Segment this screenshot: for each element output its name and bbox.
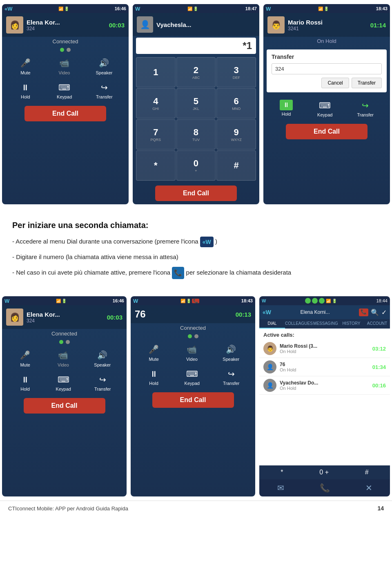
s6-active-call-icon[interactable]: 📞 (359, 309, 368, 316)
transfer-cancel-btn[interactable]: Cancel (321, 78, 349, 88)
s4-speaker[interactable]: 🔊 Speaker (94, 349, 111, 367)
tab-colleagues[interactable]: COLLEAGUES (285, 319, 313, 329)
s6-active-indicator (305, 298, 311, 304)
key-3[interactable]: 3DEF (216, 57, 256, 87)
s6-topbar-icons: 📞 🔍 ✓ (359, 309, 387, 316)
key-0[interactable]: 0+ (176, 150, 216, 181)
s3-keypad[interactable]: ⌨ Keypad (317, 100, 332, 117)
s2-keypad-grid: 1 2ABC 3DEF 4GHI 5JKL 6MNO 7PQRS 8TUV 9W… (136, 57, 256, 181)
s4-mute[interactable]: 🎤 Mute (18, 349, 33, 367)
s3-body: 👨 Mario Rossi 3241 01:14 On Hold Transfe… (263, 13, 390, 204)
call3-avatar: 👤 (263, 379, 276, 392)
call2-timer: 01:34 (372, 364, 386, 370)
tab-messaging[interactable]: MESSAGING (313, 319, 339, 329)
s5-mute-label: Mute (149, 357, 158, 362)
s5-timer: 00:13 (236, 311, 251, 318)
key-6[interactable]: 6MNO (216, 88, 256, 118)
s6-key-hash[interactable]: # (362, 467, 372, 478)
s2-caller-bar: 👤 Vyachesla... (133, 13, 259, 36)
s6-search-icon[interactable]: 🔍 (371, 309, 379, 316)
s6-x-icon[interactable]: ✕ (361, 481, 377, 494)
s3-hold[interactable]: ⏸ Hold (280, 100, 293, 117)
s1-video[interactable]: 📹 Video (57, 57, 72, 75)
s5-video[interactable]: 📹 Video (185, 343, 199, 362)
s6-key-0[interactable]: 0 + (316, 467, 332, 478)
key-star[interactable]: * (136, 150, 176, 181)
s4-bottom: ⏸ Hold ⌨ Keypad ↪ Transfer (2, 371, 127, 395)
call1-avatar: 👨 (263, 342, 276, 355)
call2-name: 76 (280, 362, 372, 367)
section-heading: Per iniziare una seconda chiamata: (12, 221, 380, 230)
s1-mute[interactable]: 🎤 Mute (18, 57, 33, 75)
s4-number: 324 (27, 318, 107, 324)
transfer-title: Transfer (272, 54, 382, 60)
call-item-2[interactable]: 👤 76 On Hold 01:34 (259, 358, 390, 376)
screen4: W 📶 🔋 16:46 👩 Elena Kor... 324 00:03 Con… (2, 296, 127, 496)
key-2[interactable]: 2ABC (176, 57, 216, 87)
s5-transfer[interactable]: ↪ Transfer (223, 368, 240, 386)
transfer-confirm-btn[interactable]: Transfer (352, 78, 382, 88)
s2-end-call[interactable]: End Call (155, 186, 237, 201)
footer-page: 14 (377, 505, 384, 512)
active-calls-title: Active calls: (259, 329, 390, 340)
s3-end-call[interactable]: End Call (286, 124, 368, 139)
p3-suffix: per selezionare la chiamata desiderata (186, 269, 292, 276)
s6-phone-icon[interactable]: 📞 (315, 481, 335, 494)
s6-logo-icon: «W (263, 309, 271, 315)
tab-history[interactable]: HISTORY (339, 319, 364, 329)
key-7[interactable]: 7PQRS (136, 119, 176, 150)
s4-transfer[interactable]: ↪ Transfer (94, 374, 111, 391)
s5-keypad-label: Keypad (185, 381, 200, 386)
key-4[interactable]: 4GHI (136, 88, 176, 118)
s6-mail-icon[interactable]: ✉ (272, 481, 289, 494)
key-9[interactable]: 9WXYZ (216, 119, 256, 150)
statusbar5: W 📶 🔋 📞 18:43 (131, 296, 255, 305)
s1-dots (2, 46, 129, 54)
s6-check-icon[interactable]: ✓ (381, 309, 387, 316)
s5-speaker[interactable]: 🔊 Speaker (223, 343, 239, 362)
key-hash[interactable]: # (216, 150, 256, 181)
s5-keypad[interactable]: ⌨ Keypad (185, 368, 200, 386)
s1-time: 16:46 (115, 6, 126, 11)
call1-info: Mario Rossi (3... On Hold (280, 343, 372, 354)
key-8[interactable]: 8TUV (176, 119, 216, 150)
s6-topbar: «W Elena Korni... 📞 🔍 ✓ (259, 305, 390, 319)
s4-mute-icon: 🎤 (18, 349, 33, 361)
key-1[interactable]: 1 (136, 57, 176, 87)
s1-timer: 00:03 (109, 22, 125, 29)
call-item-1[interactable]: 👨 Mario Rossi (3... On Hold 03:12 (259, 340, 390, 358)
s4-hold[interactable]: ⏸ Hold (18, 374, 33, 391)
s1-transfer[interactable]: ↪ Transfer (96, 82, 113, 99)
s3-transfer[interactable]: ↪ Transfer (357, 100, 374, 117)
s1-body: 👩 Elena Kor... 324 00:03 Connected 🎤 Mut… (2, 13, 129, 204)
s3-onhold: On Hold (263, 37, 390, 45)
transfer-input[interactable] (272, 63, 382, 74)
s4-status: Connected (2, 329, 127, 338)
s3-name: Mario Rossi (288, 19, 370, 26)
s1-keypad[interactable]: ⌨ Keypad (57, 82, 72, 99)
s5-hold[interactable]: ⏸ Hold (147, 368, 161, 386)
s4-dot1 (59, 340, 63, 344)
s4-video-icon: 📹 (56, 349, 71, 361)
s4-end-call[interactable]: End Call (24, 398, 105, 414)
s3-call-header: 👨 Mario Rossi 3241 01:14 (263, 13, 390, 37)
tab-dial[interactable]: DIAL (259, 319, 285, 329)
s6-key-star[interactable]: * (277, 467, 286, 478)
s1-speaker[interactable]: 🔊 Speaker (96, 57, 113, 75)
call-item-3[interactable]: 👤 Vyacheslav Do... On Hold 00:16 (259, 376, 390, 395)
s4-logo: W (4, 298, 9, 304)
s1-end-call[interactable]: End Call (24, 106, 106, 121)
s5-end-call[interactable]: End Call (152, 392, 234, 408)
s1-hold-label: Hold (21, 94, 30, 99)
s1-hold[interactable]: ⏸ Hold (18, 82, 33, 99)
s4-video[interactable]: 📹 Video (56, 349, 71, 367)
s2-display: *1 (136, 38, 256, 54)
s4-timer: 00:03 (107, 314, 122, 321)
s5-bottom: ⏸ Hold ⌨ Keypad ↪ Transfer (131, 365, 255, 389)
s4-keypad[interactable]: ⌨ Keypad (56, 374, 71, 391)
key-5[interactable]: 5JKL (176, 88, 216, 118)
tab-account[interactable]: ACCOUNT (364, 319, 390, 329)
s5-mute[interactable]: 🎤 Mute (147, 343, 161, 362)
call1-timer: 03:12 (372, 346, 386, 352)
hold-icon: ⏸ (18, 82, 33, 93)
